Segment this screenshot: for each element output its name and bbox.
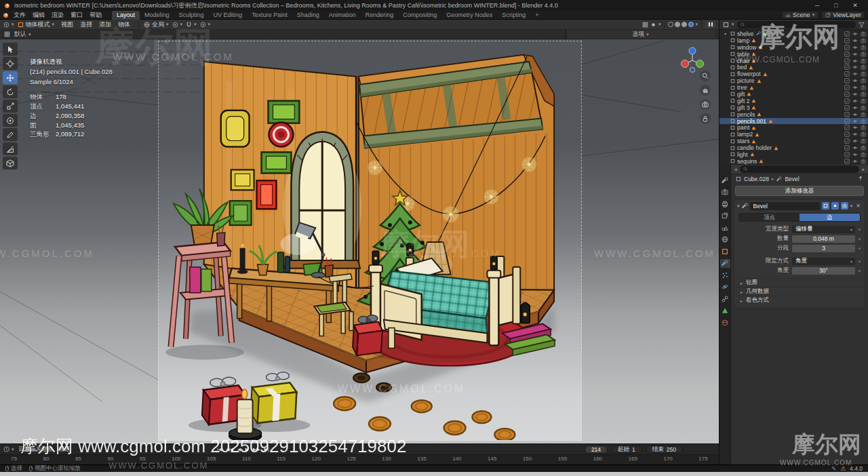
collapsed-section[interactable]: ▸ 轮廓 <box>734 278 865 287</box>
render-camera-icon[interactable] <box>861 138 866 144</box>
outliner-row[interactable]: ▾ stars <box>719 138 868 144</box>
field-value[interactable]: 角度 <box>792 258 855 265</box>
modifier-name-field[interactable]: Bevel <box>750 202 820 210</box>
viewport-menu-item[interactable]: 选择 <box>77 20 96 29</box>
viewport-menu-item[interactable]: 添加 <box>96 20 115 29</box>
animate-dot-icon[interactable] <box>859 260 861 262</box>
hide-eye-icon[interactable] <box>852 138 858 144</box>
selectable-checkbox-icon[interactable] <box>844 152 850 157</box>
hide-eye-icon[interactable] <box>852 31 858 37</box>
selectable-checkbox-icon[interactable] <box>844 98 850 104</box>
render-camera-icon[interactable] <box>861 45 866 50</box>
tool-button[interactable] <box>3 71 18 84</box>
snap-toggle[interactable]: ▾ <box>186 22 197 28</box>
animate-dot-icon[interactable] <box>859 229 861 231</box>
viewport-menu-item[interactable]: 视图 <box>58 20 77 29</box>
playback-button[interactable]: |◀ <box>217 447 222 452</box>
playback-button[interactable]: ▶| <box>264 447 269 452</box>
render-camera-icon[interactable] <box>861 132 866 137</box>
outliner-row[interactable]: ▾ bed <box>719 64 868 71</box>
edit-mode-toggle[interactable] <box>822 202 829 210</box>
selectable-checkbox-icon[interactable] <box>844 159 850 164</box>
hide-eye-icon[interactable] <box>852 112 858 117</box>
outliner-row[interactable]: ▾ window <box>719 44 868 51</box>
workspace-tab[interactable]: Sculpting <box>174 11 209 20</box>
outliner-row[interactable]: ▾ shelve <box>719 31 868 37</box>
selectable-checkbox-icon[interactable] <box>844 105 850 111</box>
properties-tab[interactable] <box>720 212 730 220</box>
selectable-checkbox-icon[interactable] <box>844 52 850 57</box>
outliner-row[interactable]: ▾ paint <box>719 124 868 131</box>
render-camera-icon[interactable] <box>861 112 866 117</box>
collapsed-section[interactable]: ▸ 着色方式 <box>734 296 865 304</box>
tool-button[interactable] <box>3 142 18 155</box>
workspace-tab[interactable]: Modeling <box>140 11 174 20</box>
render-camera-icon[interactable] <box>861 159 866 164</box>
tool-button[interactable] <box>3 57 18 70</box>
tool-button[interactable] <box>3 114 18 127</box>
collapse-icon[interactable]: ▾ <box>737 203 740 209</box>
render-camera-icon[interactable] <box>861 31 866 37</box>
hide-eye-icon[interactable] <box>852 105 858 111</box>
outliner-search[interactable] <box>737 21 856 28</box>
pan-hand-icon[interactable] <box>700 85 711 96</box>
add-modifier-button[interactable]: 添加修改器 <box>735 186 864 196</box>
properties-tab[interactable] <box>720 283 730 292</box>
properties-tab[interactable] <box>720 294 730 303</box>
solid-shading-icon[interactable] <box>675 22 680 27</box>
tool-button[interactable] <box>3 128 18 141</box>
properties-tab[interactable] <box>720 247 730 256</box>
render-camera-icon[interactable] <box>861 145 866 151</box>
frame-start-field[interactable]: 起始1 <box>611 445 642 454</box>
expand-icon[interactable]: ▾ <box>724 31 728 36</box>
selectable-checkbox-icon[interactable] <box>844 125 850 130</box>
render-camera-icon[interactable] <box>861 64 866 70</box>
outliner-row[interactable]: ▾ pencils.001 <box>719 118 868 125</box>
properties-tab[interactable] <box>720 235 730 244</box>
filter-icon[interactable] <box>859 22 865 28</box>
selectable-checkbox-icon[interactable] <box>844 71 850 77</box>
extras-dropdown-icon[interactable]: ▾ <box>850 203 853 209</box>
hide-eye-icon[interactable] <box>852 145 858 151</box>
viewport-canvas[interactable]: 摄像机透视 (214) pencils.001 | Cube.028 Sampl… <box>0 39 719 443</box>
outliner-row[interactable]: ▾ flowerpot <box>719 71 868 77</box>
collapsed-section[interactable]: ▸ 几何数据 <box>734 287 865 296</box>
selectable-checkbox-icon[interactable] <box>844 138 850 144</box>
workspace-tab[interactable]: Shading <box>292 11 324 20</box>
minimize-button[interactable]: ─ <box>808 1 826 10</box>
properties-tab[interactable] <box>720 223 730 232</box>
timeline-editor-button[interactable]: ▾ <box>3 446 14 452</box>
properties-tab[interactable] <box>720 176 730 184</box>
realtime-toggle[interactable] <box>831 202 839 210</box>
outliner-row[interactable]: ▾ gift 3 <box>719 104 868 111</box>
outliner-row[interactable]: ▾ chair <box>719 58 868 64</box>
outliner-row[interactable]: ▾ candle holder <box>719 144 868 151</box>
hide-eye-icon[interactable] <box>852 132 858 137</box>
toggle-perspective-icon[interactable] <box>700 113 711 124</box>
breadcrumb-object[interactable]: Cube.028 <box>744 176 769 182</box>
close-button[interactable]: ✕ <box>846 1 864 10</box>
zoom-icon[interactable] <box>700 71 711 81</box>
hide-eye-icon[interactable] <box>852 45 858 50</box>
timeline-menu-item[interactable]: 标记 <box>58 445 70 454</box>
timeline-menu-item[interactable]: 关键帧 <box>36 445 54 454</box>
selectable-checkbox-icon[interactable] <box>844 112 850 117</box>
hide-eye-icon[interactable] <box>852 78 858 83</box>
menu-item[interactable]: 窗口 <box>67 11 86 20</box>
properties-tab[interactable] <box>720 199 730 208</box>
hide-eye-icon[interactable] <box>852 58 858 64</box>
field-value[interactable]: 3 <box>792 245 855 252</box>
selectable-checkbox-icon[interactable] <box>844 38 850 43</box>
workspace-tab[interactable]: Animation <box>324 11 361 20</box>
tool-button[interactable] <box>3 43 18 56</box>
selectable-checkbox-icon[interactable] <box>844 92 850 97</box>
shading-mode-buttons[interactable]: ▾ <box>668 22 698 27</box>
selectable-checkbox-icon[interactable] <box>844 132 850 137</box>
animate-dot-icon[interactable] <box>859 247 861 250</box>
render-camera-icon[interactable] <box>861 58 866 64</box>
scene-selector[interactable]: Scene ▾ <box>781 11 818 19</box>
animate-dot-icon[interactable] <box>859 238 861 240</box>
outliner-row[interactable]: ▾ light <box>719 151 868 158</box>
selectable-checkbox-icon[interactable] <box>844 64 850 70</box>
outliner-row[interactable]: ▾ sequins <box>719 158 868 165</box>
